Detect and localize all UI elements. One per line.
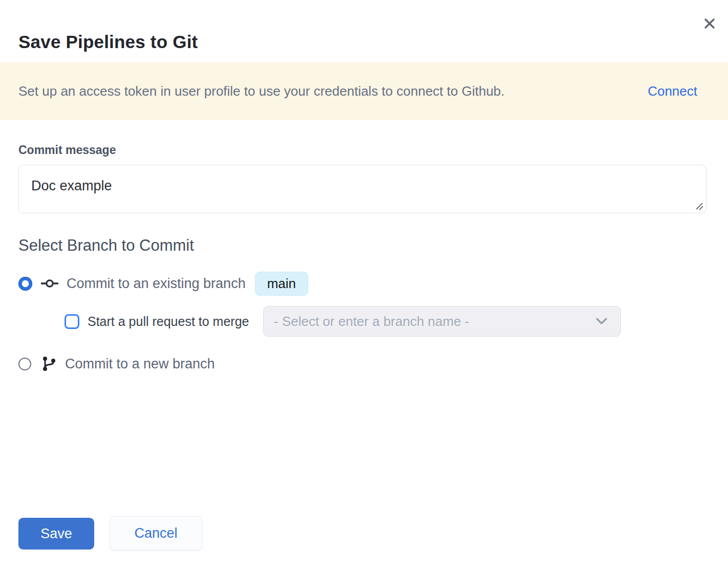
- access-token-banner: Set up an access token in user profile t…: [0, 62, 728, 120]
- existing-branch-row: Commit to an existing branch main: [18, 274, 308, 293]
- page-title: Save Pipelines to Git: [18, 32, 198, 52]
- pull-request-checkbox[interactable]: [65, 314, 79, 329]
- merge-branch-select[interactable]: - Select or enter a branch name -: [263, 306, 621, 337]
- commit-message-input[interactable]: Doc example: [18, 165, 706, 213]
- banner-message: Set up an access token in user profile t…: [18, 83, 635, 99]
- new-branch-radio[interactable]: [18, 358, 31, 370]
- connect-link[interactable]: Connect: [648, 83, 697, 99]
- current-branch-badge: main: [255, 272, 308, 296]
- commit-message-label: Commit message: [18, 143, 116, 157]
- close-icon: [702, 16, 717, 31]
- close-button[interactable]: [700, 14, 719, 33]
- pull-request-row: Start a pull request to merge: [65, 306, 249, 337]
- existing-branch-radio[interactable]: [18, 277, 32, 291]
- git-commit-icon: [41, 277, 58, 290]
- save-button[interactable]: Save: [18, 518, 94, 550]
- new-branch-label[interactable]: Commit to a new branch: [65, 356, 215, 372]
- chevron-down-icon: [595, 317, 608, 326]
- git-branch-icon: [41, 356, 57, 372]
- pull-request-label[interactable]: Start a pull request to merge: [88, 314, 249, 329]
- existing-branch-label[interactable]: Commit to an existing branch: [67, 276, 246, 292]
- select-branch-heading: Select Branch to Commit: [18, 236, 194, 255]
- cancel-button[interactable]: Cancel: [110, 516, 202, 551]
- merge-branch-placeholder: - Select or enter a branch name -: [274, 314, 589, 330]
- new-branch-row: Commit to a new branch: [18, 355, 215, 372]
